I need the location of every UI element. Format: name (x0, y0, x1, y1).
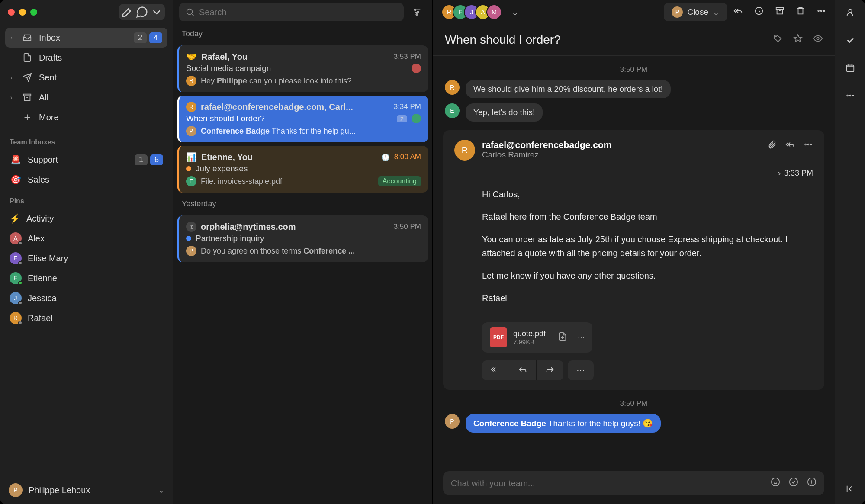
svg-point-13 (808, 144, 809, 145)
more-icon[interactable]: ⋯ (578, 334, 585, 342)
chevron-down-icon[interactable] (150, 6, 163, 19)
avatar: P (186, 246, 196, 256)
check-icon[interactable] (789, 477, 798, 489)
svg-point-20 (847, 95, 848, 96)
section-pins-header: Pins (0, 189, 173, 209)
thread-count: 2 (397, 115, 407, 122)
compose-box[interactable] (443, 471, 824, 495)
thread-item[interactable]: 📊 Etienne, You 🕐 8:00 AM July expenses E… (177, 146, 428, 193)
traffic-lights[interactable] (8, 9, 37, 16)
thread-time: 3:53 PM (394, 52, 421, 61)
svg-point-16 (790, 478, 797, 486)
nav-label: All (39, 93, 48, 103)
chevron-down-icon[interactable]: ⌄ (158, 486, 164, 494)
sidebar: › Inbox 2 4 Drafts › Sent › (0, 0, 173, 504)
pin-jessica[interactable]: J Jessica (0, 288, 173, 308)
collapse-icon[interactable] (846, 484, 855, 496)
nav-drafts[interactable]: Drafts (5, 48, 167, 67)
participant-avatars[interactable]: R E J A M (441, 4, 502, 20)
avatar: P (186, 126, 196, 136)
thread-item-selected[interactable]: R rafael@conferencebadge.com, Carl... 3:… (177, 96, 428, 142)
team-support[interactable]: 🚨 Support 1 6 (0, 150, 173, 170)
trash-icon[interactable] (796, 6, 805, 18)
avatar: R (454, 140, 475, 161)
avatar: 𝕿 (186, 222, 196, 232)
svg-point-14 (810, 144, 812, 145)
more-icon[interactable] (846, 91, 855, 103)
nav-more[interactable]: More (5, 107, 167, 127)
search-box[interactable] (179, 3, 404, 21)
attachment[interactable]: PDF quote.pdf 7.99KB ⋯ (482, 322, 592, 353)
svg-point-18 (849, 10, 852, 13)
profile-icon[interactable] (846, 8, 855, 20)
pin-etienne[interactable]: E Etienne (0, 268, 173, 288)
thread-sender: Rafael, You (201, 52, 389, 62)
reply-all-icon[interactable] (785, 140, 795, 151)
forward-button[interactable] (537, 360, 563, 380)
search-input[interactable] (199, 7, 398, 17)
team-sales[interactable]: 🎯 Sales (0, 170, 173, 189)
svg-point-21 (849, 95, 851, 96)
pin-rafael[interactable]: R Rafael (0, 308, 173, 328)
thread-subject: Partnership inquiry (196, 234, 421, 243)
plus-icon (22, 112, 33, 122)
date-header-yesterday: Yesterday (173, 194, 432, 214)
compose-input[interactable] (451, 478, 765, 488)
pin-alex[interactable]: A Alex (0, 228, 173, 248)
svg-point-12 (805, 144, 806, 145)
minimize-window-icon[interactable] (19, 9, 26, 16)
thread-item[interactable]: 𝕿 orphelia@nytimes.com 3:50 PM Partnersh… (177, 215, 428, 262)
inbox-count-other: 2 (134, 32, 147, 43)
archive-icon (22, 93, 33, 102)
avatar: E (10, 272, 22, 284)
email-card: R rafael@conferencebadge.com Carlos Rami… (443, 130, 824, 390)
compose-icon[interactable] (121, 6, 134, 19)
status-dot-icon (186, 166, 191, 171)
attachment-icon[interactable] (767, 140, 777, 151)
more-button[interactable]: ⋯ (568, 360, 594, 380)
star-icon[interactable] (793, 34, 803, 46)
user-footer[interactable]: P Philippe Lehoux ⌄ (0, 476, 173, 504)
email-time[interactable]: › 3:33 PM (778, 169, 813, 178)
archive-icon[interactable] (775, 6, 785, 18)
chat-icon[interactable] (135, 6, 148, 19)
plus-circle-icon[interactable] (807, 477, 817, 489)
avatar: P (9, 483, 23, 497)
eye-icon[interactable] (813, 34, 823, 46)
svg-point-7 (818, 10, 819, 12)
nav-sent[interactable]: › Sent (5, 67, 167, 87)
avatar: P (672, 6, 683, 18)
more-icon[interactable] (804, 140, 813, 151)
thread-item[interactable]: 🤝 Rafael, You 3:53 PM Social media campa… (177, 45, 428, 92)
avatar: R (445, 80, 460, 95)
inbox-icon (22, 33, 33, 42)
download-icon[interactable] (558, 332, 567, 343)
chevron-down-icon[interactable]: ⌄ (508, 7, 522, 17)
reply-all-button[interactable] (482, 360, 509, 380)
pin-activity[interactable]: ⚡ Activity (0, 209, 173, 228)
close-button[interactable]: P Close ⌄ (664, 3, 727, 21)
svg-point-10 (776, 36, 777, 37)
nav-inbox[interactable]: › Inbox 2 4 (5, 28, 167, 48)
check-icon[interactable] (846, 35, 855, 48)
tag-icon[interactable] (773, 34, 783, 46)
close-window-icon[interactable] (8, 9, 15, 16)
thread-subject: July expenses (196, 164, 421, 173)
filter-button[interactable] (408, 3, 426, 21)
maximize-window-icon[interactable] (30, 9, 37, 16)
thread-sender: rafael@conferencebadge.com, Carl... (201, 102, 389, 112)
right-rail (835, 0, 865, 504)
emoji-icon[interactable] (771, 477, 780, 489)
attachment-size: 7.99KB (513, 338, 546, 346)
sent-icon (22, 73, 33, 82)
more-icon[interactable] (817, 6, 826, 18)
pin-elise[interactable]: E Elise Mary (0, 248, 173, 268)
reply-button[interactable] (509, 360, 537, 380)
thread-preview: Conference Badge Thanks for the help gu.… (201, 127, 356, 136)
chevron-right-icon: › (778, 169, 781, 178)
reply-all-icon[interactable] (733, 6, 743, 18)
nav-all[interactable]: › All (5, 87, 167, 107)
thread-time: 3:34 PM (394, 103, 421, 111)
snooze-icon[interactable] (754, 6, 764, 18)
calendar-icon[interactable] (846, 63, 855, 75)
